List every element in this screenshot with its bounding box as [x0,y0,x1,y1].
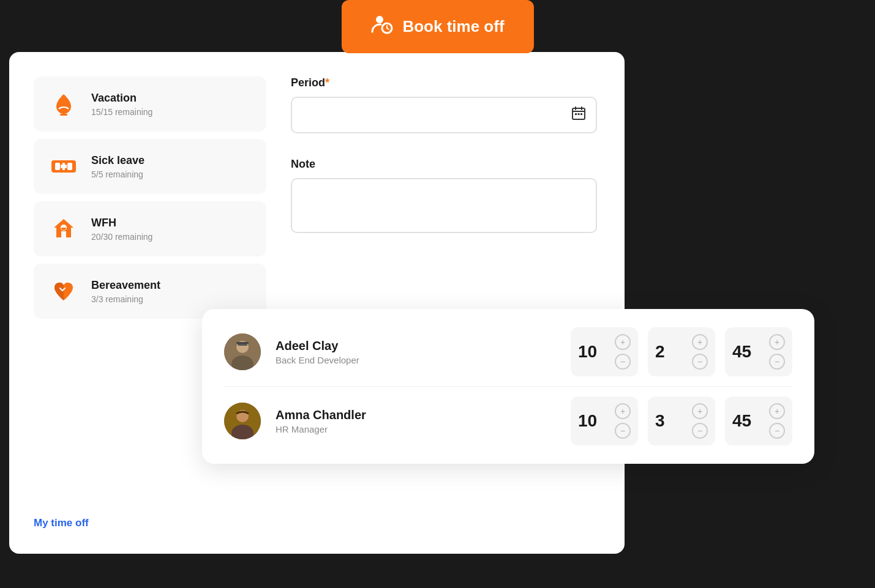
leave-types-list: Vacation 15/15 remaining Sick leave [34,76,266,319]
adeel-value-3: 45 [732,342,751,362]
adeel-decrement-3[interactable]: − [769,354,785,370]
wfh-icon [48,214,79,244]
amna-controls-3: + − [769,403,785,439]
adeel-name: Adeel Clay [276,339,556,353]
bereavement-name: Bereavement [91,279,160,292]
bereavement-remaining: 3/3 remaining [91,294,160,304]
vacation-icon [48,89,79,119]
my-time-off-link[interactable]: My time off [34,517,89,529]
vacation-info: Vacation 15/15 remaining [91,92,152,117]
booking-form: Period* Note [291,76,597,236]
leave-type-sick[interactable]: Sick leave 5/5 remaining [34,139,266,194]
sick-info: Sick leave 5/5 remaining [91,154,145,179]
svg-rect-5 [55,163,60,170]
amna-decrement-3[interactable]: − [769,423,785,439]
wfh-info: WFH 20/30 remaining [91,217,152,242]
svg-rect-11 [575,113,577,115]
note-label: Note [291,158,597,171]
adeel-decrement-1[interactable]: − [615,354,631,370]
employee-row-amna: Amna Chandler HR Manager 10 + − 3 + − [224,387,792,445]
amna-name: Amna Chandler [276,408,556,422]
adeel-controls-2: + − [692,334,708,370]
amna-decrement-2[interactable]: − [692,423,708,439]
sick-remaining: 5/5 remaining [91,169,145,179]
svg-rect-12 [578,113,580,115]
adeel-role: Back End Developer [276,355,556,365]
adeel-value-2: 2 [655,342,665,362]
employee-row-adeel: Adeel Clay Back End Developer 10 + − 2 +… [224,327,792,387]
period-label: Period* [291,76,597,89]
amna-value-2: 3 [655,411,665,431]
employee-card: Adeel Clay Back End Developer 10 + − 2 +… [202,309,814,464]
adeel-stepper-2: 2 + − [648,327,715,376]
adeel-stepper-3: 45 + − [725,327,792,376]
adeel-increment-1[interactable]: + [615,334,631,350]
bereavement-info: Bereavement 3/3 remaining [91,279,160,304]
wfh-name: WFH [91,217,152,229]
amna-stepper-3: 45 + − [725,396,792,445]
amna-stepper-2: 3 + − [648,396,715,445]
amna-increment-2[interactable]: + [692,403,708,419]
amna-value-1: 10 [578,411,597,431]
main-card: Vacation 15/15 remaining Sick leave [9,52,625,554]
amna-info: Amna Chandler HR Manager [276,408,556,434]
amna-controls-2: + − [692,403,708,439]
vacation-remaining: 15/15 remaining [91,107,152,117]
book-button-wrapper: Book time off [341,0,533,53]
amna-stepper-1: 10 + − [571,396,638,445]
book-time-off-button[interactable]: Book time off [341,0,533,53]
book-button-label: Book time off [402,17,504,36]
adeel-decrement-2[interactable]: − [692,354,708,370]
avatar-adeel [224,333,261,370]
amna-value-3: 45 [732,411,751,431]
svg-rect-13 [580,113,582,115]
amna-steppers: 10 + − 3 + − 45 + [571,396,792,445]
vacation-name: Vacation [91,92,152,105]
sick-name: Sick leave [91,154,145,167]
wfh-remaining: 20/30 remaining [91,232,152,242]
adeel-controls-3: + − [769,334,785,370]
leave-type-wfh[interactable]: WFH 20/30 remaining [34,201,266,256]
svg-rect-2 [62,110,65,114]
svg-rect-18 [236,342,249,344]
avatar-amna [224,403,261,439]
amna-increment-3[interactable]: + [769,403,785,419]
page-container: Book time off Vacation 15/15 remaining [0,0,875,588]
svg-rect-3 [60,114,67,116]
adeel-info: Adeel Clay Back End Developer [276,339,556,365]
amna-role: HR Manager [276,424,556,434]
book-icon [370,13,392,40]
calendar-icon [571,106,586,124]
svg-point-0 [375,16,383,23]
amna-decrement-1[interactable]: − [615,423,631,439]
adeel-value-1: 10 [578,342,597,362]
period-required: * [325,76,329,89]
bereavement-icon [48,276,79,307]
amna-increment-1[interactable]: + [615,403,631,419]
adeel-controls-1: + − [615,334,631,370]
adeel-stepper-1: 10 + − [571,327,638,376]
sick-icon [48,151,79,182]
note-textarea[interactable] [291,178,597,233]
leave-type-vacation[interactable]: Vacation 15/15 remaining [34,76,266,132]
period-input-field[interactable] [291,97,597,133]
svg-rect-8 [61,165,67,168]
adeel-increment-3[interactable]: + [769,334,785,350]
adeel-steppers: 10 + − 2 + − 45 + [571,327,792,376]
adeel-increment-2[interactable]: + [692,334,708,350]
amna-controls-1: + − [615,403,631,439]
svg-rect-7 [67,163,72,170]
